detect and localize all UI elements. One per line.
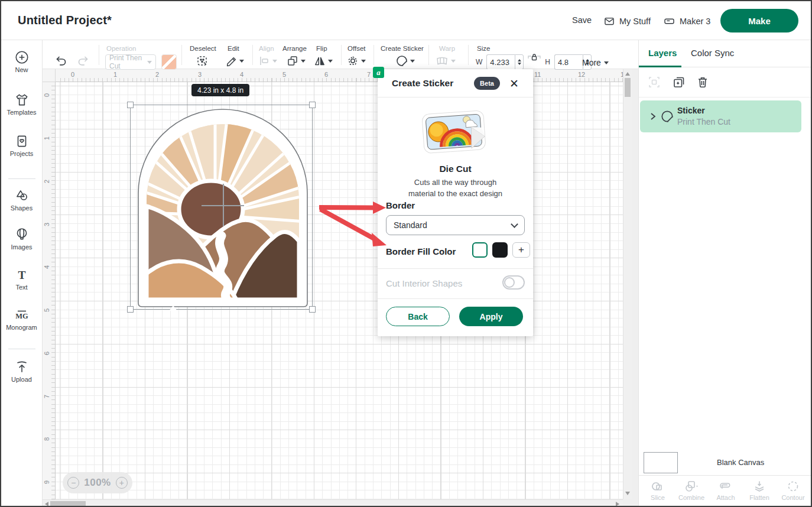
horizontal-scrollbar[interactable]	[43, 499, 623, 507]
layer-tools-bar: Slice Combine Attach	[639, 475, 812, 507]
sidebar-item-monogram[interactable]: MG Monogram	[1, 307, 42, 331]
sticker-type-title: Die Cut	[378, 164, 533, 174]
layers-panel: Layers Color Sync	[638, 40, 812, 507]
make-button[interactable]: Make	[720, 9, 798, 32]
vertical-ruler: 0 1 2 3 4 5 6 7 8 9	[43, 82, 56, 499]
arrange-icon	[286, 54, 299, 67]
warp-button	[435, 54, 456, 67]
blank-canvas-swatch[interactable]	[644, 452, 678, 473]
operation-label: Operation	[106, 45, 137, 52]
edit-toolbar: Operation Print Then Cut Deselect Edit	[43, 40, 638, 69]
trash-icon[interactable]	[696, 75, 710, 89]
tab-color-sync[interactable]: Color Sync	[691, 48, 734, 58]
crosshair-icon	[202, 205, 244, 206]
sidebar-item-projects[interactable]: Projects	[1, 134, 42, 157]
scroll-left-arrow[interactable]	[45, 502, 48, 506]
svg-text:MG: MG	[15, 312, 28, 320]
selection-handle-top-right[interactable]	[309, 102, 316, 108]
sidebar-divider	[8, 178, 35, 179]
redo-icon	[77, 54, 90, 67]
zoom-control: − 100% +	[63, 472, 132, 493]
slice-button: Slice	[641, 479, 674, 501]
combine-button: Combine	[675, 479, 708, 501]
align-icon	[258, 54, 271, 67]
tab-layers[interactable]: Layers	[648, 48, 677, 58]
envelope-icon	[603, 15, 615, 27]
layer-actions-row	[639, 67, 812, 98]
edit-button[interactable]	[225, 54, 244, 67]
design-sidebar: New Templates Projects	[1, 40, 43, 507]
black-color-swatch[interactable]	[492, 242, 508, 258]
my-stuff-button[interactable]: My Stuff	[603, 15, 651, 27]
undo-button[interactable]	[54, 54, 67, 67]
border-fill-color-swatches: +	[472, 242, 530, 258]
save-button[interactable]: Save	[572, 15, 592, 25]
white-color-swatch[interactable]	[472, 242, 488, 258]
sticker-icon	[660, 109, 674, 124]
machine-select-button[interactable]: Maker 3	[663, 15, 710, 27]
height-input[interactable]	[554, 54, 583, 70]
sticker-icon	[395, 54, 408, 67]
selection-handle-bottom-left[interactable]	[127, 306, 134, 313]
top-bar: Untitled Project* Save My Stuff Maker 3 …	[1, 1, 811, 40]
width-input[interactable]	[486, 54, 515, 70]
upload-icon	[1, 359, 42, 375]
zoom-out-button[interactable]: −	[67, 477, 79, 489]
scroll-down-arrow[interactable]	[625, 492, 630, 495]
duplicate-icon[interactable]	[672, 75, 686, 89]
sticker-type-description: material to the exact design	[378, 189, 533, 198]
blank-canvas-row[interactable]: Blank Canvas	[639, 450, 812, 475]
project-card-icon	[1, 134, 42, 149]
attach-button: Attach	[709, 479, 742, 501]
close-icon[interactable]: ✕	[507, 76, 521, 90]
sidebar-item-shapes[interactable]: Shapes	[1, 188, 42, 212]
sidebar-item-upload[interactable]: Upload	[1, 359, 42, 383]
chevron-right-icon[interactable]	[648, 110, 658, 122]
selection-bounding-box[interactable]	[130, 105, 313, 310]
caret-down-icon	[272, 60, 277, 63]
sidebar-divider	[8, 349, 35, 349]
arrange-button[interactable]	[286, 54, 306, 67]
design-canvas-area: 0 1 2 3 4 5 6 7 8 9 10 11 12 13 0 1 2 3 …	[43, 69, 638, 507]
size-lock-icon[interactable]	[527, 50, 542, 66]
sidebar-item-new[interactable]: New	[1, 50, 42, 73]
more-button[interactable]: More	[582, 58, 609, 67]
attach-icon	[719, 479, 733, 493]
caret-down-icon	[410, 60, 415, 63]
border-fill-color-label: Border Fill Color	[386, 246, 456, 256]
border-select[interactable]: Standard	[386, 215, 525, 235]
flip-button[interactable]	[313, 54, 333, 67]
create-sticker-button[interactable]	[395, 54, 415, 67]
caret-down-icon	[301, 60, 306, 63]
apply-button[interactable]: Apply	[459, 307, 523, 326]
back-button[interactable]: Back	[386, 307, 450, 326]
app-window: Untitled Project* Save My Stuff Maker 3 …	[0, 0, 812, 507]
tshirt-icon	[1, 92, 42, 108]
print-then-cut-color-swatch[interactable]	[161, 54, 177, 70]
scroll-right-arrow[interactable]	[616, 502, 619, 506]
caret-down-icon	[361, 60, 366, 63]
sidebar-item-templates[interactable]: Templates	[1, 92, 42, 116]
deselect-button[interactable]	[196, 54, 209, 67]
create-sticker-panel: Create Sticker Beta ✕	[378, 69, 533, 336]
shapes-icon	[1, 188, 42, 203]
sidebar-item-text[interactable]: T Text	[1, 267, 42, 291]
sidebar-item-images[interactable]: Images	[1, 227, 42, 251]
width-stepper[interactable]	[515, 54, 524, 70]
plus-circle-icon	[1, 50, 42, 65]
scroll-up-arrow[interactable]	[625, 72, 630, 76]
operation-dropdown: Print Then Cut	[105, 54, 177, 70]
selection-handle-bottom-right[interactable]	[309, 306, 316, 313]
vertical-scrollbar[interactable]	[623, 69, 632, 499]
border-label: Border	[386, 200, 415, 210]
vertical-scroll-thumb[interactable]	[625, 78, 631, 97]
zoom-in-button[interactable]: +	[116, 477, 128, 489]
ruler-corner	[43, 69, 56, 82]
contour-button: Contour	[777, 479, 810, 501]
horizontal-scroll-thumb[interactable]	[50, 501, 86, 507]
add-color-button[interactable]: +	[512, 242, 530, 258]
offset-button[interactable]	[346, 54, 366, 67]
layer-item-sticker[interactable]: Sticker Print Then Cut	[640, 100, 801, 132]
caret-down-icon	[147, 61, 152, 64]
selection-handle-top-left[interactable]	[127, 102, 134, 108]
